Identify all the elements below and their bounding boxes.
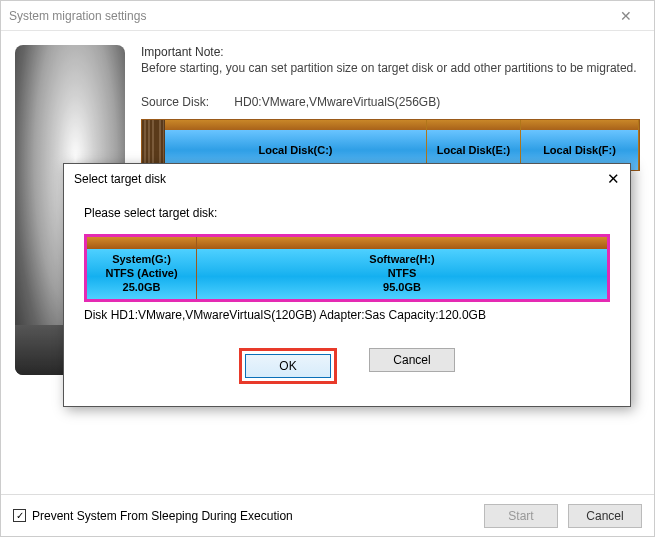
target-disk-highlight: System(G:) NTFS (Active) 25.0GB Software…: [84, 234, 610, 302]
parent-footer: ✓ Prevent System From Sleeping During Ex…: [1, 494, 654, 536]
partition-fs: NTFS (Active): [105, 267, 177, 281]
partition-g[interactable]: System(G:) NTFS (Active) 25.0GB: [87, 237, 197, 299]
partition-name: Software(H:): [369, 253, 434, 267]
partition-h[interactable]: Software(H:) NTFS 95.0GB: [197, 237, 607, 299]
parent-titlebar: System migration settings ✕: [1, 1, 654, 31]
ok-button[interactable]: OK: [245, 354, 331, 378]
close-icon[interactable]: ✕: [590, 170, 620, 188]
note-heading: Important Note:: [141, 45, 640, 59]
modal-title: Select target disk: [74, 172, 590, 186]
source-disk-row: Source Disk: HD0:VMware,VMwareVirtualS(2…: [141, 95, 640, 109]
sleep-checkbox-label: Prevent System From Sleeping During Exec…: [32, 509, 293, 523]
partition-size: 95.0GB: [383, 281, 421, 295]
select-target-disk-dialog: Select target disk ✕ Please select targe…: [63, 163, 631, 407]
modal-titlebar: Select target disk ✕: [64, 164, 630, 194]
source-disk-label: Source Disk:: [141, 95, 231, 109]
parent-title: System migration settings: [9, 9, 606, 23]
sleep-checkbox[interactable]: ✓: [13, 509, 26, 522]
note-text: Before starting, you can set partition s…: [141, 61, 640, 77]
parent-cancel-button[interactable]: Cancel: [568, 504, 642, 528]
partition-fs: NTFS: [388, 267, 417, 281]
source-disk-value: HD0:VMware,VMwareVirtualS(256GB): [234, 95, 440, 109]
target-disk-info: Disk HD1:VMware,VMwareVirtualS(120GB) Ad…: [84, 308, 610, 322]
cancel-button[interactable]: Cancel: [369, 348, 455, 372]
start-button[interactable]: Start: [484, 504, 558, 528]
ok-button-highlight: OK: [239, 348, 337, 384]
close-icon[interactable]: ✕: [606, 8, 646, 24]
target-disk-map[interactable]: System(G:) NTFS (Active) 25.0GB Software…: [87, 237, 607, 299]
partition-size: 25.0GB: [123, 281, 161, 295]
modal-prompt: Please select target disk:: [84, 206, 610, 220]
partition-name: System(G:): [112, 253, 171, 267]
